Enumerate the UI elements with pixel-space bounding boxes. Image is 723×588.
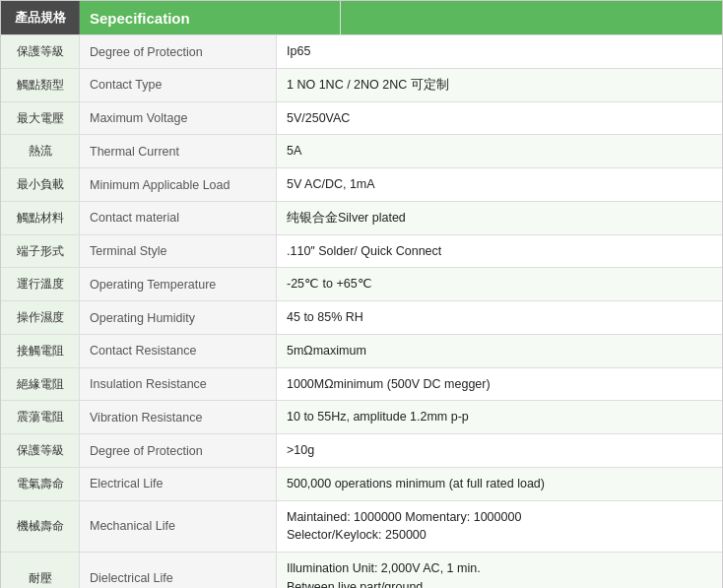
cell-val: 5A — [277, 135, 722, 167]
cell-val: 5mΩmaximum — [277, 335, 722, 367]
table-row: 最大電壓Maximum Voltage5V/250VAC — [1, 101, 722, 135]
table-row: 端子形式Terminal Style.110″ Solder/ Quick Co… — [1, 234, 722, 268]
cell-val: 10 to 55Hz, amplitude 1.2mm p-p — [277, 401, 722, 433]
cell-val: .110″ Solder/ Quick Connect — [277, 235, 722, 268]
cell-spec: Vibration Resistance — [80, 401, 277, 433]
cell-zh: 運行溫度 — [1, 268, 80, 300]
cell-spec: Thermal Current — [80, 135, 277, 167]
cell-val: 500,000 operations minimum (at full rate… — [277, 468, 722, 500]
table-row: 耐壓Dielectrical LifeIllumination Unit: 2,… — [1, 552, 722, 588]
cell-zh: 電氣壽命 — [1, 468, 80, 500]
cell-zh: 操作濕度 — [1, 301, 80, 334]
table-row: 保護等級Degree of Protection>10g — [1, 433, 722, 467]
cell-val: 45 to 85% RH — [277, 301, 722, 334]
cell-val: 5V AC/DC, 1mA — [277, 168, 722, 201]
cell-zh: 絕緣電阻 — [1, 368, 80, 401]
cell-spec: Dielectrical Life — [80, 553, 277, 588]
header-spec: Sepecification — [80, 1, 341, 34]
cell-val: Illumination Unit: 2,000V AC, 1 min. Bet… — [277, 553, 722, 588]
cell-spec: Contact Type — [80, 69, 277, 101]
table-row: 最小負載Minimum Applicable Load5V AC/DC, 1mA — [1, 167, 722, 201]
cell-spec: Maximum Voltage — [80, 102, 277, 135]
cell-zh: 接觸電阻 — [1, 335, 80, 367]
cell-zh: 耐壓 — [1, 553, 80, 588]
cell-zh: 熱流 — [1, 135, 80, 167]
cell-zh: 保護等級 — [1, 35, 80, 68]
table-row: 絕緣電阻Insulation Resistance1000MΩminimum (… — [1, 367, 722, 401]
cell-spec: Operating Humidity — [80, 301, 277, 334]
cell-val: 5V/250VAC — [277, 102, 722, 135]
cell-val: Maintained: 1000000 Momentary: 1000000 S… — [277, 501, 722, 553]
cell-zh: 最小負載 — [1, 168, 80, 201]
table-row: 操作濕度Operating Humidity45 to 85% RH — [1, 300, 722, 334]
cell-zh: 最大電壓 — [1, 102, 80, 135]
cell-val: Ip65 — [277, 35, 722, 68]
cell-spec: Contact material — [80, 202, 277, 234]
cell-spec: Terminal Style — [80, 235, 277, 268]
table-row: 觸點類型Contact Type1 NO 1NC / 2NO 2NC 可定制 — [1, 68, 722, 101]
cell-spec: Insulation Resistance — [80, 368, 277, 401]
header-zh: 產品規格 — [1, 1, 80, 34]
table-row: 觸點材料Contact material纯银合金Silver plated — [1, 201, 722, 234]
cell-zh: 保護等級 — [1, 434, 80, 467]
table-header: 產品規格 Sepecification — [1, 1, 722, 34]
cell-val: >10g — [277, 434, 722, 467]
cell-val: -25℃ to +65℃ — [277, 268, 722, 300]
table-row: 熱流Thermal Current5A — [1, 134, 722, 167]
cell-zh: 端子形式 — [1, 235, 80, 268]
cell-spec: Mechanical Life — [80, 501, 277, 553]
cell-val: 1 NO 1NC / 2NO 2NC 可定制 — [277, 69, 722, 101]
header-val — [341, 1, 722, 34]
cell-spec: Electrical Life — [80, 468, 277, 500]
cell-zh: 觸點材料 — [1, 202, 80, 234]
cell-spec: Minimum Applicable Load — [80, 168, 277, 201]
table-row: 保護等級Degree of ProtectionIp65 — [1, 34, 722, 68]
table-row: 震蕩電阻Vibration Resistance10 to 55Hz, ampl… — [1, 400, 722, 433]
cell-spec: Contact Resistance — [80, 335, 277, 367]
cell-zh: 觸點類型 — [1, 69, 80, 101]
table-row: 機械壽命Mechanical LifeMaintained: 1000000 M… — [1, 500, 722, 553]
table-row: 運行溫度Operating Temperature-25℃ to +65℃ — [1, 267, 722, 300]
cell-zh: 震蕩電阻 — [1, 401, 80, 433]
table-row: 電氣壽命Electrical Life500,000 operations mi… — [1, 467, 722, 500]
spec-table: 產品規格 Sepecification 保護等級Degree of Protec… — [0, 0, 723, 588]
cell-spec: Degree of Protection — [80, 35, 277, 68]
cell-zh: 機械壽命 — [1, 501, 80, 553]
cell-spec: Operating Temperature — [80, 268, 277, 300]
cell-val: 纯银合金Silver plated — [277, 202, 722, 234]
table-row: 接觸電阻Contact Resistance5mΩmaximum — [1, 334, 722, 367]
cell-spec: Degree of Protection — [80, 434, 277, 467]
cell-val: 1000MΩminimum (500V DC megger) — [277, 368, 722, 401]
